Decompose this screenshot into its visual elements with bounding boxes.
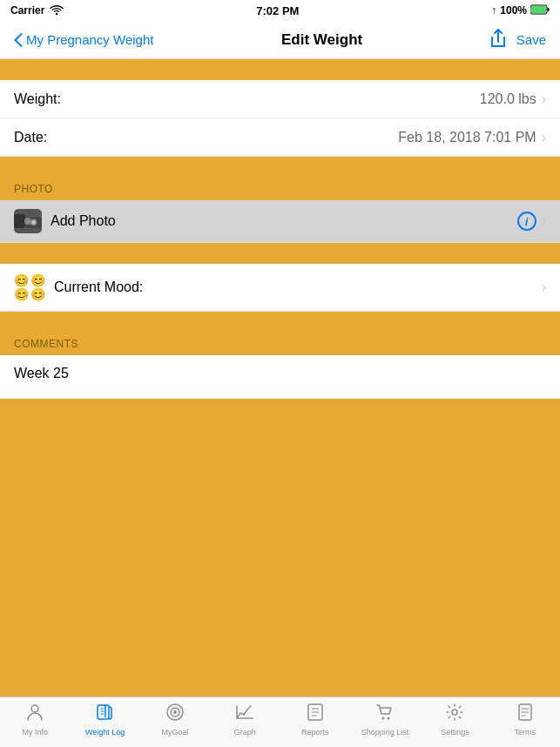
svg-point-0: [56, 12, 57, 14]
weight-value-container: 120.0 lbs ›: [480, 91, 546, 107]
tab-my-goal[interactable]: MyGoal: [151, 703, 199, 737]
mood-emoji-3: 😊: [14, 288, 29, 300]
status-time: 7:02 PM: [256, 4, 299, 17]
photo-section-header: PHOTO: [0, 178, 560, 200]
mood-emoji-grid: 😊 😊 😊 😊: [14, 274, 45, 300]
weight-label: Weight:: [14, 91, 61, 107]
svg-point-19: [382, 717, 385, 720]
svg-rect-2: [547, 8, 549, 11]
battery-label: 100%: [500, 4, 527, 17]
mood-emoji-2: 😊: [30, 274, 45, 286]
comment-text: Week 25: [14, 366, 69, 380]
wifi-icon: [50, 4, 64, 17]
gold-divider-mood: [0, 243, 560, 264]
add-photo-label: Add Photo: [51, 213, 116, 229]
svg-point-9: [31, 705, 38, 712]
tab-reports-label: Reports: [301, 728, 329, 737]
page-title: Edit Weight: [281, 31, 362, 49]
photo-right: i ›: [517, 212, 546, 231]
photo-chevron-icon: ›: [542, 213, 546, 229]
add-photo-row[interactable]: Add Photo i ›: [0, 200, 560, 243]
tab-settings[interactable]: Settings: [431, 703, 479, 737]
date-row[interactable]: Date: Feb 18, 2018 7:01 PM ›: [0, 118, 560, 157]
svg-point-20: [388, 717, 390, 720]
carrier-label: Carrier: [10, 4, 44, 17]
mood-label: Current Mood:: [54, 279, 143, 295]
gold-divider-comments: [0, 312, 560, 333]
content-area: Weight: 120.0 lbs › Date: Feb 18, 2018 7…: [0, 59, 560, 697]
date-chevron-icon: ›: [542, 130, 546, 145]
tab-shopping-list[interactable]: Shopping List: [361, 703, 409, 737]
gold-fill-area: [0, 399, 560, 697]
status-right: ↑ 100%: [491, 4, 550, 17]
mood-emoji-1: 😊: [14, 274, 29, 286]
tab-weight-log-label: Weight Log: [85, 728, 125, 737]
share-button[interactable]: [490, 29, 506, 50]
date-value: Feb 18, 2018 7:01 PM: [398, 130, 536, 145]
book-icon: [96, 703, 115, 726]
info-icon[interactable]: i: [517, 212, 536, 231]
tab-my-info[interactable]: My Info: [11, 703, 59, 737]
svg-rect-5: [27, 215, 31, 218]
tab-terms[interactable]: Terms: [501, 703, 549, 737]
tab-reports[interactable]: Reports: [291, 703, 339, 737]
status-left: Carrier: [10, 4, 64, 17]
gold-divider-photo: [0, 157, 560, 178]
weight-chevron-icon: ›: [542, 91, 546, 107]
nav-actions: Save: [490, 29, 546, 50]
tab-graph[interactable]: Graph: [221, 703, 269, 737]
location-icon: ↑: [491, 4, 496, 17]
graph-icon: [235, 703, 254, 726]
person-icon: [25, 703, 44, 726]
tab-my-info-label: My Info: [22, 728, 48, 737]
reports-icon: [306, 703, 325, 726]
camera-icon: [14, 209, 42, 233]
svg-point-8: [32, 221, 35, 224]
svg-point-21: [452, 710, 457, 715]
date-label: Date:: [14, 130, 47, 145]
tab-weight-log[interactable]: Weight Log: [81, 703, 129, 737]
date-value-container: Feb 18, 2018 7:01 PM ›: [398, 130, 546, 145]
tab-my-goal-label: MyGoal: [161, 728, 188, 737]
svg-rect-3: [531, 6, 546, 13]
tab-terms-label: Terms: [515, 728, 536, 737]
svg-point-12: [173, 710, 177, 714]
tab-graph-label: Graph: [234, 728, 256, 737]
mood-emoji-4: 😊: [30, 288, 45, 300]
back-label: My Pregnancy Weight: [26, 32, 153, 47]
weight-row[interactable]: Weight: 120.0 lbs ›: [0, 80, 560, 118]
mood-row[interactable]: 😊 😊 😊 😊 Current Mood: ›: [0, 264, 560, 312]
mood-chevron-icon: ›: [542, 279, 546, 295]
gold-divider-top: [0, 59, 560, 80]
tab-shopping-list-label: Shopping List: [361, 728, 409, 737]
tab-bar: My Info Weight Log MyGoal: [0, 697, 560, 747]
status-bar: Carrier 7:02 PM ↑ 100%: [0, 0, 560, 21]
gear-icon: [445, 703, 464, 726]
battery-icon: [530, 4, 550, 17]
nav-bar: My Pregnancy Weight Edit Weight Save: [0, 21, 560, 59]
comments-content: Week 25: [0, 355, 560, 399]
cart-icon: [375, 703, 395, 726]
terms-icon: [516, 703, 535, 726]
target-icon: [165, 703, 185, 726]
comments-section-header: COMMENTS: [0, 333, 560, 355]
save-button[interactable]: Save: [516, 32, 546, 47]
photo-left: Add Photo: [14, 209, 116, 233]
tab-settings-label: Settings: [441, 728, 469, 737]
weight-value: 120.0 lbs: [480, 91, 536, 107]
back-button[interactable]: My Pregnancy Weight: [14, 32, 153, 47]
mood-left: 😊 😊 😊 😊 Current Mood:: [14, 274, 143, 300]
